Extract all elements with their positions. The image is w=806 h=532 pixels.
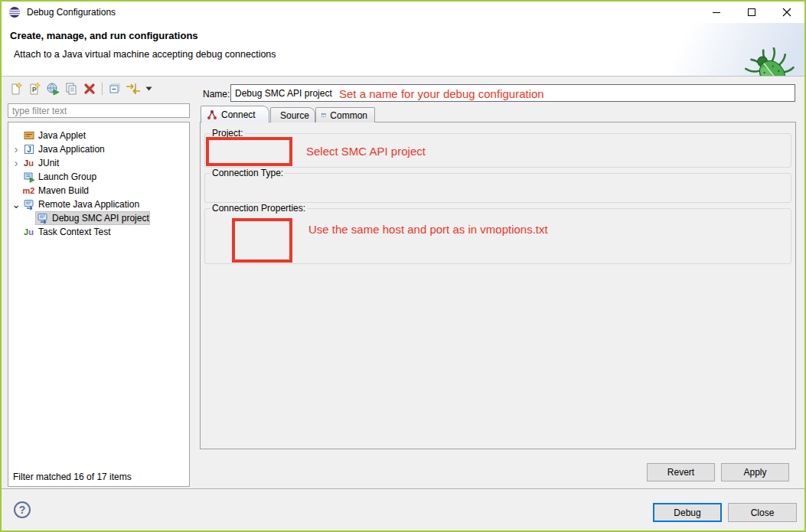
junit-icon: Ju [22, 157, 35, 169]
common-icon [321, 110, 326, 120]
duplicate-configuration-button[interactable] [63, 80, 80, 97]
connection-type-group [204, 173, 791, 203]
minimize-button[interactable] [699, 2, 734, 23]
window-title: Debug Configurations [27, 7, 116, 18]
delete-configuration-button[interactable] [81, 80, 98, 97]
new-configuration-button[interactable] [8, 80, 24, 97]
name-label: Name: [203, 89, 230, 100]
close-dialog-button[interactable]: Close [728, 503, 797, 522]
help-button[interactable]: ? [14, 501, 31, 518]
tab-common[interactable]: Common [315, 107, 375, 122]
maven-build-icon: m2 [22, 184, 35, 197]
tree-item-java-applet[interactable]: Java Applet [10, 129, 188, 142]
collapse-all-button[interactable] [106, 80, 123, 97]
tree-item-debug-smc-api-project[interactable]: Debug SMC API project [10, 211, 188, 225]
tree-item-label: Task Context Test [38, 227, 111, 237]
tab-label: Source [280, 110, 309, 121]
maximize-button[interactable] [734, 2, 769, 23]
maximize-icon [748, 8, 755, 16]
minimize-icon [713, 12, 720, 13]
expander-collapsed-icon[interactable]: › [10, 145, 22, 153]
new-prototype-button[interactable]: P [26, 80, 43, 97]
tree-item-task-context-test[interactable]: Ju Task Context Test [10, 225, 188, 239]
dropdown-caret-icon [145, 86, 152, 91]
project-group [204, 133, 791, 168]
launch-group-icon [22, 171, 35, 183]
expander-expanded-icon[interactable]: ⌄ [10, 201, 22, 208]
tree-item-label: Remote Java Application [38, 199, 139, 210]
filter-configurations-button[interactable] [125, 80, 142, 97]
java-application-icon: J [22, 143, 35, 155]
collapse-all-icon [108, 82, 122, 96]
tree-item-launch-group[interactable]: Launch Group [10, 170, 188, 184]
annotation-project-note: Select SMC API project [306, 145, 426, 158]
export-configurations-icon [46, 82, 60, 96]
debug-configurations-dialog: Debug Configurations Create, manage, and… [0, 0, 806, 532]
banner-subtitle: Attach to a Java virtual machine accepti… [14, 49, 276, 60]
tree-item-java-application[interactable]: › J Java Application [10, 142, 188, 156]
duplicate-configuration-icon [64, 82, 78, 96]
footer-separator [2, 488, 804, 489]
connect-icon [207, 109, 217, 120]
tree-item-maven-build[interactable]: m2 Maven Build [10, 184, 188, 197]
window-controls [699, 2, 804, 23]
java-applet-icon [22, 129, 35, 142]
tree-item-label: Launch Group [38, 171, 96, 182]
annotation-name-note: Set a name for your debug configuration [339, 87, 544, 100]
expander-collapsed-icon[interactable]: › [10, 159, 22, 167]
annotation-hostport-note: Use the same host and port as in vmoptio… [308, 223, 548, 236]
connection-type-label: Connection Type: [210, 168, 285, 178]
tree-item-label: Java Application [38, 144, 105, 155]
connect-tab-panel [200, 122, 796, 449]
configurations-tree: Java Applet › J Java Application › Ju JU… [8, 122, 190, 487]
eclipse-logo-icon [8, 6, 21, 18]
debug-button[interactable]: Debug [653, 503, 722, 522]
filter-status: Filter matched 16 of 17 items [13, 472, 132, 482]
svg-text:J: J [27, 145, 31, 154]
tab-label: Common [330, 110, 367, 121]
task-context-test-icon: Ju [22, 226, 35, 238]
header-banner: Create, manage, and run configurations A… [2, 23, 804, 76]
tree-item-label: Debug SMC API project [52, 213, 149, 224]
new-prototype-icon: P [28, 82, 41, 96]
close-button[interactable] [769, 2, 804, 23]
export-configurations-button[interactable] [44, 80, 61, 97]
tab-connect[interactable]: Connect [201, 106, 269, 122]
connection-properties-group [204, 208, 791, 264]
tree-item-remote-java-application[interactable]: ⌄ Remote Java Application [10, 197, 188, 211]
tree-item-junit[interactable]: › Ju JUnit [10, 156, 188, 170]
configurations-toolbar: P [8, 80, 154, 98]
apply-button[interactable]: Apply [721, 463, 789, 481]
tree-item-label: JUnit [38, 158, 59, 168]
remote-java-application-icon [36, 212, 49, 224]
remote-java-application-icon [22, 198, 35, 211]
banner-title: Create, manage, and run configurations [10, 30, 198, 41]
revert-button[interactable]: Revert [647, 463, 715, 481]
tree-item-label: Java Applet [38, 130, 86, 141]
close-icon [782, 8, 791, 17]
toolbar-menu-button[interactable] [143, 80, 154, 97]
connection-properties-label: Connection Properties: [210, 203, 307, 214]
tab-label: Connect [221, 109, 256, 120]
delete-icon [83, 82, 96, 96]
tree-item-label: Maven Build [38, 185, 89, 196]
filter-input[interactable] [8, 103, 190, 118]
svg-text:P: P [32, 86, 37, 93]
filter-icon [126, 82, 141, 96]
toolbar-separator [102, 83, 103, 95]
tab-source[interactable]: Source [270, 107, 315, 122]
project-group-label: Project: [210, 128, 245, 139]
new-configuration-icon [9, 82, 23, 96]
title-bar: Debug Configurations [2, 2, 804, 23]
